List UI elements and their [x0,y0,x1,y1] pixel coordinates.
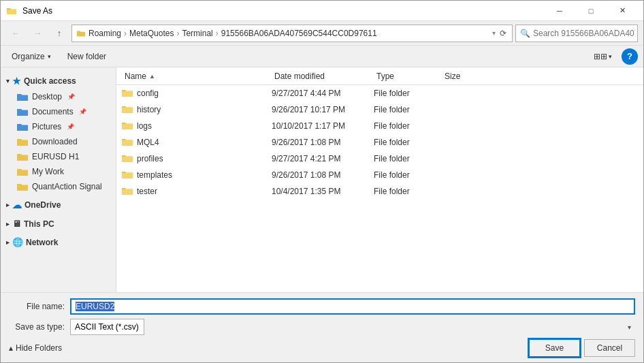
mywork-folder-icon [17,167,28,176]
back-button[interactable]: ← [6,24,25,43]
network-section: ▸ 🌐 Network [1,234,116,250]
filetype-row: Save as type: ASCII Text (*.csv) ▾ [9,319,635,335]
title-bar-left: Save As [6,5,52,16]
file-date-cell: 9/26/2017 10:17 PM [272,105,374,114]
onedrive-header[interactable]: ▸ ☁ OneDrive [1,197,116,213]
table-row[interactable]: logs 10/10/2017 1:17 PM File folder [116,118,643,134]
file-type-cell: File folder [374,170,442,180]
search-icon: 🔍 [520,29,530,38]
table-row[interactable]: tester 10/4/2017 1:35 PM File folder [116,183,643,200]
sort-date-label: Date modified [274,72,325,81]
network-icon: 🌐 [12,237,23,247]
folder-row-icon [122,187,133,196]
minimize-button[interactable]: ─ [544,1,575,21]
address-bar[interactable]: Roaming › MetaQuotes › Terminal › 915566… [71,25,513,42]
table-row[interactable]: config 9/27/2017 4:44 PM File folder [116,85,643,101]
up-button[interactable]: ↑ [50,24,69,43]
file-rows-container: config 9/27/2017 4:44 PM File folder his… [116,85,643,200]
sort-size-label: Size [445,72,460,81]
network-header[interactable]: ▸ 🌐 Network [1,234,116,250]
refresh-button[interactable]: ⟳ [498,29,508,38]
save-button[interactable]: Save [529,339,580,357]
collapse-icon: ▾ [6,78,10,84]
table-row[interactable]: MQL4 9/26/2017 1:08 PM File folder [116,134,643,151]
sidebar-item-documents-label: Documents [32,107,74,116]
close-button[interactable]: ✕ [607,1,638,21]
folder-row-icon [122,89,133,98]
organize-label: Organize [12,52,45,61]
sidebar: ▾ ★ Quick access Desktop 📌 Documents [1,67,116,292]
filetype-dropdown-icon: ▾ [628,323,631,331]
hide-folders-button[interactable]: ▴ Hide Folders [9,343,62,353]
folder-row-icon [122,138,133,147]
quantaction-folder-icon [17,182,28,191]
documents-folder-icon [17,107,28,116]
sort-by-type-button[interactable]: Type [374,70,442,82]
hide-folders-label: Hide Folders [16,343,62,353]
cancel-button[interactable]: Cancel [584,339,635,357]
sidebar-item-eurusd-label: EURUSD H1 [32,152,79,161]
file-area: Name ▲ Date modified Type Size [116,67,643,292]
this-pc-label: This PC [24,219,54,229]
file-date-cell: 9/26/2017 1:08 PM [272,170,374,180]
sort-by-size-button[interactable]: Size [442,70,496,82]
this-pc-chevron-icon: ▸ [6,221,10,227]
table-row[interactable]: templates 9/26/2017 1:08 PM File folder [116,167,643,183]
table-row[interactable]: history 9/26/2017 10:17 PM File folder [116,101,643,118]
subtoolbar: Organize ▾ New folder ⊞⊞ ▾ ? [1,46,643,67]
file-name-cell: tester [122,187,272,196]
sort-name-arrow-icon: ▲ [149,73,155,80]
sidebar-item-desktop[interactable]: Desktop 📌 [1,89,116,104]
sort-by-name-button[interactable]: Name ▲ [122,70,272,82]
address-dropdown-icon: ▾ [492,29,496,37]
search-input[interactable] [533,29,635,38]
new-folder-button[interactable]: New folder [62,49,112,64]
sort-name-label: Name [125,72,146,81]
sidebar-item-documents[interactable]: Documents 📌 [1,104,116,119]
sidebar-item-quantaction-label: QuantAction Signal [32,182,102,191]
file-date-cell: 10/10/2017 1:17 PM [272,121,374,131]
view-button[interactable]: ⊞⊞ ▾ [590,49,616,64]
sidebar-item-pictures[interactable]: Pictures 📌 [1,119,116,134]
quick-access-header[interactable]: ▾ ★ Quick access [1,73,116,89]
bottom-buttons-row: ▴ Hide Folders Save Cancel [9,339,635,357]
search-box[interactable]: 🔍 [515,25,638,42]
title-bar: Save As ─ □ ✕ [1,1,643,21]
maximize-button[interactable]: □ [575,1,607,21]
view-dropdown-icon: ▾ [609,53,612,60]
sidebar-item-eurusd-h1[interactable]: EURUSD H1 [1,149,116,164]
filetype-select[interactable]: ASCII Text (*.csv) [70,319,144,335]
file-type-cell: File folder [374,138,442,147]
this-pc-header[interactable]: ▸ 🖥 This PC [1,216,116,232]
folder-row-icon [122,154,133,163]
this-pc-computer-icon: 🖥 [12,219,21,229]
file-name-cell: templates [122,170,272,180]
hide-folders-arrow-icon: ▴ [9,343,13,353]
dialog-icon [6,5,17,16]
pictures-folder-icon [17,122,28,131]
quick-access-label: Quick access [24,76,76,86]
onedrive-cloud-icon: ☁ [12,200,22,210]
sidebar-item-quantaction[interactable]: QuantAction Signal [1,179,116,194]
view-icon: ⊞⊞ [594,52,607,61]
sidebar-item-my-work[interactable]: My Work [1,164,116,179]
desktop-pin-icon: 📌 [67,93,75,100]
sidebar-item-downloaded[interactable]: Downloaded [1,134,116,149]
sort-type-label: Type [376,72,394,81]
network-label: Network [26,238,58,247]
file-date-cell: 9/26/2017 1:08 PM [272,138,374,147]
quick-access-star-icon: ★ [12,76,21,86]
sidebar-item-mywork-label: My Work [32,167,64,176]
help-button[interactable]: ? [622,48,638,65]
filename-input[interactable] [70,298,635,315]
file-type-cell: File folder [374,121,442,131]
sort-by-date-button[interactable]: Date modified [272,70,374,82]
documents-pin-icon: 📌 [79,108,86,115]
table-row[interactable]: profiles 9/27/2017 4:21 PM File folder [116,151,643,167]
file-name-cell: logs [122,121,272,131]
forward-button[interactable]: → [28,24,47,43]
file-date-cell: 9/27/2017 4:44 PM [272,89,374,98]
file-list-header: Name ▲ Date modified Type Size [116,67,643,85]
organize-button[interactable]: Organize ▾ [6,49,57,64]
desktop-folder-icon [17,92,28,101]
